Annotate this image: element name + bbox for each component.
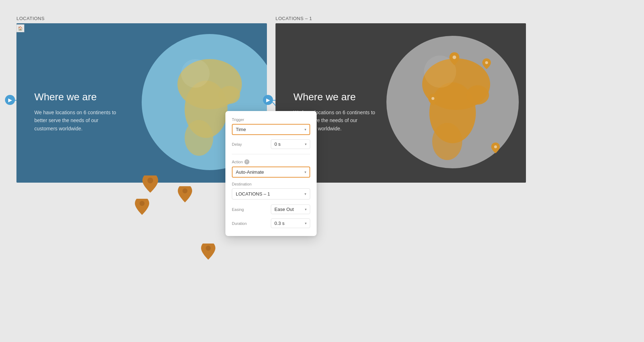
svg-point-19	[206, 246, 211, 251]
frame1-label: LOCATIONS	[16, 16, 45, 21]
trigger-chevron: ▾	[304, 127, 306, 131]
svg-point-15	[494, 145, 497, 148]
frame2-title: Where we are	[293, 91, 376, 103]
trigger-label: Trigger	[232, 117, 310, 122]
destination-value: LOCATIONS – 1	[236, 191, 270, 197]
svg-point-3	[219, 86, 240, 104]
easing-value: Ease Out	[274, 207, 294, 212]
svg-point-14	[431, 97, 434, 100]
frame1-description: We have locations on 6 continents to bet…	[34, 109, 117, 133]
action-label: Action ?	[232, 159, 310, 164]
globe-dark	[385, 29, 521, 177]
pin-group-3	[132, 199, 152, 226]
action-value: Auto-Animate	[236, 169, 264, 175]
left-arrow-button[interactable]: ▶	[5, 95, 15, 105]
trigger-value: Time	[236, 127, 246, 132]
duration-chevron: ▾	[305, 221, 307, 225]
svg-point-17	[182, 188, 187, 193]
svg-point-13	[485, 61, 488, 64]
trigger-section: Trigger Time ▾	[232, 117, 310, 135]
frame1-title: Where we are	[34, 91, 117, 103]
delay-row: Delay 0 s ▾	[232, 139, 310, 149]
svg-point-18	[140, 201, 145, 206]
divider-1	[232, 154, 310, 154]
frame2-label: LOCATIONS – 1	[275, 16, 312, 21]
svg-point-5	[181, 59, 210, 88]
easing-row: Easing Ease Out ▾	[232, 204, 310, 214]
svg-point-9	[466, 85, 489, 105]
action-section: Action ? Auto-Animate ▾	[232, 159, 310, 178]
delay-dropdown[interactable]: 0 s ▾	[271, 139, 310, 149]
easing-chevron: ▾	[305, 207, 307, 211]
svg-point-16	[147, 178, 153, 183]
delay-value: 0 s	[274, 141, 280, 147]
trigger-dropdown[interactable]: Time ▾	[232, 124, 310, 135]
destination-dropdown[interactable]: LOCATIONS – 1 ▾	[232, 188, 310, 199]
home-icon[interactable]: 🏠	[16, 24, 24, 32]
pin-group-2	[175, 186, 195, 213]
right-arrow-connector: ▶	[263, 95, 273, 105]
pin-bottom	[199, 244, 218, 270]
frame1-text: Where we are We have locations on 6 cont…	[34, 91, 117, 133]
easing-label: Easing	[232, 207, 253, 212]
svg-point-12	[453, 56, 456, 59]
duration-dropdown[interactable]: 0.3 s ▾	[271, 218, 310, 228]
left-arrow-connector: ▶	[5, 95, 15, 105]
svg-point-4	[185, 120, 213, 156]
interaction-popup: Trigger Time ▾ Delay 0 s ▾ Action ? Auto…	[225, 111, 317, 236]
svg-point-10	[432, 123, 462, 160]
easing-dropdown[interactable]: Ease Out ▾	[271, 204, 310, 214]
canvas: LOCATIONS LOCATIONS – 1 Where we are We …	[0, 0, 644, 342]
right-arrow-button[interactable]: ▶	[263, 95, 273, 105]
action-help-icon[interactable]: ?	[244, 159, 249, 164]
destination-chevron: ▾	[304, 192, 306, 196]
destination-section: Destination LOCATIONS – 1 ▾	[232, 182, 310, 199]
action-dropdown[interactable]: Auto-Animate ▾	[232, 167, 310, 178]
delay-chevron: ▾	[305, 142, 307, 146]
duration-row: Duration 0.3 s ▾	[232, 218, 310, 228]
action-chevron: ▾	[304, 170, 306, 174]
destination-label: Destination	[232, 182, 310, 186]
duration-value: 0.3 s	[274, 221, 284, 226]
delay-label: Delay	[232, 142, 253, 146]
duration-label: Duration	[232, 221, 253, 226]
